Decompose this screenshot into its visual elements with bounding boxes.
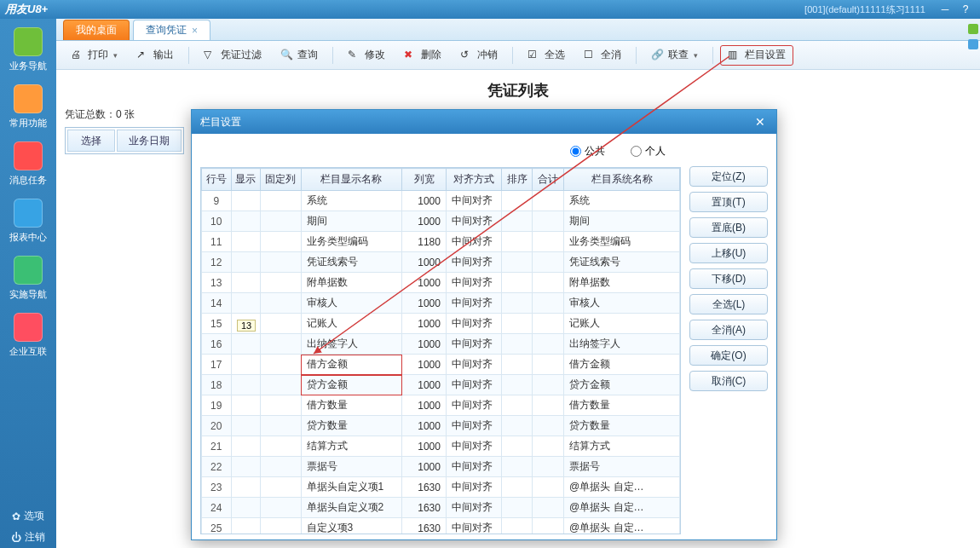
dialog-close-button[interactable]: ✕ [752, 114, 768, 130]
list-icon[interactable] [968, 39, 978, 49]
page-title: 凭证列表 [56, 80, 980, 101]
connection-info: [001](default)11111练习1111 [804, 3, 925, 16]
table-row[interactable]: 25 自定义项3 1630 中间对齐 @单据头 自定… [202, 518, 680, 534]
grid-header[interactable]: 栏目显示名称 [301, 169, 402, 191]
sidebar-icon [14, 84, 43, 113]
help-button[interactable]: ? [956, 3, 975, 16]
print-button[interactable]: 🖨打印▾ [63, 45, 125, 66]
voucher-table: 选择 业务日期 [65, 127, 184, 154]
table-row[interactable]: 10 期间 1000 中间对齐 期间 [202, 211, 680, 232]
close-icon[interactable]: × [192, 25, 198, 37]
columns-icon: ▥ [728, 49, 741, 62]
right-edge [966, 19, 980, 548]
print-icon: 🖨 [71, 49, 84, 62]
dialog-titlebar: 栏目设置 ✕ [192, 110, 776, 134]
table-row[interactable]: 20 贷方数量 1000 中间对齐 贷方数量 [202, 416, 680, 436]
sidebar: 业务导航常用功能消息任务报表中心实施导航企业互联 ✿选项 ⏻注销 [0, 19, 56, 548]
locate-button[interactable]: 定位(Z) [689, 166, 768, 187]
edit-button[interactable]: ✎修改 [340, 45, 393, 66]
table-row[interactable]: 15 记账人 1000 中间对齐 记账人 [202, 314, 680, 334]
grid-header[interactable]: 行号 [202, 169, 232, 191]
col-select[interactable]: 选择 [67, 130, 115, 152]
deselect-icon: ☐ [584, 49, 597, 62]
selectall-dialog-button[interactable]: 全选(L) [689, 294, 768, 314]
filter-button[interactable]: ▽凭证过滤 [196, 45, 269, 66]
select-all-icon: ☑ [527, 49, 541, 62]
table-row[interactable]: 19 借方数量 1000 中间对齐 借方数量 [202, 395, 680, 416]
sidebar-item-3[interactable]: 报表中心 [9, 199, 47, 244]
selectall-button[interactable]: ☑全选 [520, 45, 573, 66]
ok-button[interactable]: 确定(O) [689, 345, 768, 366]
tab-desktop[interactable]: 我的桌面 [63, 20, 130, 40]
dialog-title: 栏目设置 [200, 115, 241, 130]
table-row[interactable]: 21 结算方式 1000 中间对齐 结算方式 [202, 436, 680, 457]
cancel-button[interactable]: 取消(C) [689, 371, 768, 391]
export-icon: ↗ [136, 49, 150, 62]
sidebar-icon [14, 141, 43, 170]
grid-header[interactable]: 栏目系统名称 [564, 169, 680, 191]
edit-icon: ✎ [348, 49, 361, 62]
minimize-button[interactable]: ─ [936, 3, 954, 16]
reverse-button[interactable]: ↺冲销 [453, 45, 505, 66]
search-button[interactable]: 🔍查询 [273, 45, 326, 66]
pin-icon[interactable] [968, 24, 978, 34]
link-button[interactable]: 🔗联查▾ [643, 45, 706, 66]
funnel-icon: ▽ [204, 49, 217, 62]
sidebar-icon [14, 27, 43, 56]
sidebar-icon [14, 256, 43, 285]
moveup-button[interactable]: 上移(U) [689, 243, 768, 263]
gear-icon: ✿ [12, 511, 20, 522]
deselect-button[interactable]: ☐全消 [576, 45, 629, 66]
grid-header[interactable]: 合计 [533, 169, 564, 191]
table-row[interactable]: 22 票据号 1000 中间对齐 票据号 [202, 457, 680, 477]
sidebar-item-label: 报表中心 [9, 231, 47, 244]
columns-grid[interactable]: 行号显示固定列栏目显示名称列宽对齐方式排序合计栏目系统名称 9 系统 1000 … [200, 167, 681, 534]
power-icon: ⏻ [11, 532, 21, 544]
col-bizdate[interactable]: 业务日期 [117, 130, 182, 152]
grid-header[interactable]: 显示 [231, 169, 261, 191]
table-row[interactable]: 18 贷方金额 1000 中间对齐 贷方金额 [202, 375, 680, 395]
table-row[interactable]: 17 借方金额 1000 中间对齐 借方金额 [202, 355, 680, 375]
grid-header[interactable]: 对齐方式 [446, 169, 501, 191]
grid-header[interactable]: 列宽 [402, 169, 447, 191]
delete-icon: ✖ [404, 49, 418, 62]
columns-button[interactable]: ▥栏目设置 [720, 45, 793, 66]
radio-public[interactable]: 公共 [570, 144, 605, 159]
deselect-dialog-button[interactable]: 全消(A) [689, 320, 768, 340]
table-row[interactable]: 9 系统 1000 中间对齐 系统 [202, 191, 680, 211]
reverse-icon: ↺ [460, 49, 474, 62]
table-row[interactable]: 24 单据头自定义项2 1630 中间对齐 @单据头 自定… [202, 498, 680, 518]
grid-header[interactable]: 排序 [501, 169, 533, 191]
table-row[interactable]: 11 业务类型编码 1180 中间对齐 业务类型编码 [202, 232, 680, 252]
table-row[interactable]: 13 附单据数 1000 中间对齐 附单据数 [202, 273, 680, 293]
delete-button[interactable]: ✖删除 [396, 45, 449, 66]
app-brand: 用友U8+ [5, 2, 48, 17]
sidebar-item-label: 实施导航 [9, 288, 47, 301]
sidebar-item-1[interactable]: 常用功能 [9, 84, 47, 130]
row-tooltip: 13 [237, 320, 256, 332]
tab-query-voucher[interactable]: 查询凭证× [133, 20, 210, 40]
sidebar-item-2[interactable]: 消息任务 [9, 141, 47, 187]
table-row[interactable]: 16 出纳签字人 1000 中间对齐 出纳签字人 [202, 334, 680, 355]
search-icon: 🔍 [280, 49, 294, 62]
link-icon: 🔗 [651, 49, 665, 62]
sidebar-options[interactable]: ✿选项 [12, 509, 44, 523]
sidebar-item-5[interactable]: 企业互联 [9, 313, 47, 358]
sidebar-item-label: 企业互联 [9, 345, 47, 358]
movedown-button[interactable]: 下移(D) [689, 268, 768, 289]
table-row[interactable]: 23 单据头自定义项1 1630 中间对齐 @单据头 自定… [202, 477, 680, 498]
table-row[interactable]: 12 凭证线索号 1000 中间对齐 凭证线索号 [202, 252, 680, 273]
sidebar-item-4[interactable]: 实施导航 [9, 256, 47, 301]
bottom-button[interactable]: 置底(B) [689, 217, 768, 238]
top-button[interactable]: 置顶(T) [689, 192, 768, 212]
radio-private[interactable]: 个人 [631, 144, 666, 159]
sidebar-logout[interactable]: ⏻注销 [11, 530, 45, 545]
dialog-buttons: 定位(Z) 置顶(T) 置底(B) 上移(U) 下移(D) 全选(L) 全消(A… [689, 142, 768, 534]
sidebar-item-0[interactable]: 业务导航 [9, 27, 47, 72]
grid-header[interactable]: 固定列 [261, 169, 301, 191]
scope-radio-group: 公共 个人 [200, 142, 681, 167]
table-row[interactable]: 14 审核人 1000 中间对齐 审核人 [202, 293, 680, 314]
sidebar-icon [14, 313, 43, 342]
export-button[interactable]: ↗输出 [129, 45, 182, 66]
title-bar: 用友U8+ [001](default)11111练习1111 ─ ? [0, 0, 980, 19]
